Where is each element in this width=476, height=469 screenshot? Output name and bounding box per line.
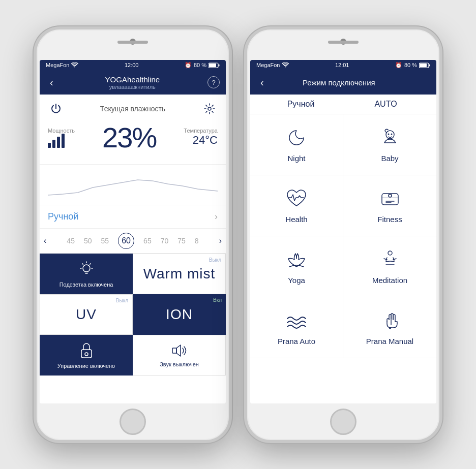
mode-grid: Night Baby — [250, 114, 436, 358]
lock-icon — [78, 341, 95, 360]
slider-num-0[interactable]: 45 — [67, 237, 75, 245]
slider-num-1[interactable]: 50 — [84, 237, 92, 245]
health-label: Health — [285, 215, 307, 224]
time-1: 12:00 — [125, 62, 139, 68]
mode-night[interactable]: Night — [250, 114, 343, 175]
mode-health[interactable]: Health — [250, 175, 343, 236]
svg-rect-10 — [420, 64, 427, 67]
control-sound[interactable]: Звук выключен — [133, 335, 226, 376]
svg-rect-7 — [172, 348, 176, 353]
speaker-icon — [170, 343, 189, 358]
nav-bar-2: ‹ Режим подключения — [250, 71, 436, 95]
screen-1: MegaFon 12:00 ⏰ 80 % ‹ — [40, 60, 226, 403]
slider-right-arrow[interactable]: › — [215, 236, 226, 245]
mode-yoga[interactable]: Yoga — [250, 236, 343, 297]
nav-title-2: Режим подключения — [268, 78, 410, 87]
mode-section[interactable]: Ручной › — [40, 205, 226, 229]
signal-area: Мощность — [48, 127, 75, 148]
control-warm-mist[interactable]: Выкл Warm mist — [133, 254, 226, 294]
baby-label: Baby — [381, 154, 398, 163]
ion-status: Вкл — [213, 297, 222, 303]
status-bar-1: MegaFon 12:00 ⏰ 80 % — [40, 60, 226, 71]
status-right-1: ⏰ 80 % — [185, 62, 220, 69]
bar-3 — [57, 137, 60, 148]
heart-ecg-icon — [284, 187, 309, 210]
warm-mist-text: Warm mist — [143, 266, 216, 282]
battery-2: 80 % — [404, 62, 417, 68]
mode-type-manual[interactable]: Ручной — [258, 100, 343, 109]
mode-label: Ручной — [48, 211, 78, 222]
carrier-1: MegaFon — [46, 62, 69, 68]
warm-mist-status: Выкл — [209, 257, 221, 263]
night-label: Night — [287, 154, 305, 163]
screen-2: MegaFon 12:01 ⏰ 80 % ‹ — [250, 60, 436, 403]
mode-type-header: Ручной AUTO — [250, 95, 436, 114]
mode-prana-auto[interactable]: Prana Auto — [250, 297, 343, 358]
nav-bar-1: ‹ YOGAhealthline увлааааажнитиль ? — [40, 71, 226, 95]
mode-meditation[interactable]: Meditation — [343, 236, 436, 297]
slider-num-2[interactable]: 55 — [101, 237, 109, 245]
screen-content-1: Текущая влажность Мощность — [40, 95, 226, 403]
mode-fitness[interactable]: Fitness — [343, 175, 436, 236]
mode-baby[interactable]: Baby — [343, 114, 436, 175]
slider-num-4[interactable]: 65 — [143, 237, 152, 245]
status-right-2: ⏰ 80 % — [395, 62, 430, 69]
chart-area — [40, 165, 226, 205]
temp-label: Температура — [184, 128, 218, 134]
screen-content-2: Ручной AUTO Night — [250, 95, 436, 403]
battery-1: 80 % — [194, 62, 206, 68]
waves-icon — [284, 309, 309, 332]
slider-num-5[interactable]: 70 — [161, 237, 169, 245]
uv-status: Выкл — [116, 298, 128, 303]
lock-label: Управление включено — [57, 363, 115, 369]
svg-rect-2 — [219, 64, 220, 66]
humidity-top-row: Текущая влажность — [48, 101, 218, 117]
control-backlight[interactable]: Подсветка включена — [40, 254, 133, 294]
yoga-label: Yoga — [288, 276, 305, 285]
temp-value: 24°C — [184, 134, 218, 147]
slider-num-7[interactable]: 8 — [195, 237, 199, 245]
mode-type-auto[interactable]: AUTO — [343, 100, 428, 109]
svg-point-13 — [388, 133, 389, 135]
wifi-icon-2 — [282, 62, 289, 68]
svg-rect-5 — [81, 350, 92, 358]
svg-point-14 — [391, 133, 392, 135]
phone-speaker-2 — [328, 41, 359, 44]
fitness-label: Fitness — [377, 215, 402, 224]
bar-4 — [62, 134, 65, 148]
slider-num-3[interactable]: 60 — [118, 233, 134, 249]
carrier-2: MegaFon — [256, 62, 280, 68]
svg-point-16 — [389, 194, 392, 197]
mode-prana-manual[interactable]: Prana Manual — [343, 297, 436, 358]
humidity-section: Текущая влажность Мощность — [40, 95, 226, 165]
control-grid: Подсветка включена Выкл Warm mist Выкл U… — [40, 254, 226, 376]
battery-icon-1 — [209, 62, 220, 68]
status-left-2: MegaFon — [256, 62, 289, 68]
control-ion[interactable]: Вкл ION — [133, 294, 226, 335]
sound-label: Звук выключен — [160, 361, 199, 367]
mode-arrow: › — [215, 211, 218, 222]
slider-left-arrow[interactable]: ‹ — [40, 236, 50, 245]
nav-title-sub-1: увлааааажнитиль — [57, 84, 207, 90]
signal-bars — [48, 134, 75, 148]
ion-text: ION — [166, 306, 193, 323]
home-button-1[interactable] — [120, 409, 146, 435]
help-button-1[interactable]: ? — [207, 76, 220, 88]
svg-marker-8 — [176, 345, 181, 356]
meditation-icon — [379, 248, 401, 271]
slider-num-6[interactable]: 75 — [177, 237, 186, 245]
svg-point-3 — [208, 107, 211, 110]
humidity-main-row: Мощность 23% Температура 24°C — [48, 117, 218, 158]
humidity-chart — [48, 170, 218, 200]
hand-icon — [379, 309, 401, 332]
control-lock[interactable]: Управление включено — [40, 335, 133, 376]
settings-button[interactable] — [201, 101, 218, 117]
home-button-2[interactable] — [330, 409, 356, 435]
humidity-value: 23% — [102, 121, 156, 154]
control-uv[interactable]: Выкл UV — [40, 294, 133, 335]
back-button-1[interactable]: ‹ — [46, 75, 57, 90]
battery-icon-2 — [419, 62, 430, 68]
scale-icon — [379, 187, 401, 210]
power-button[interactable] — [48, 101, 64, 117]
back-button-2[interactable]: ‹ — [256, 75, 268, 90]
